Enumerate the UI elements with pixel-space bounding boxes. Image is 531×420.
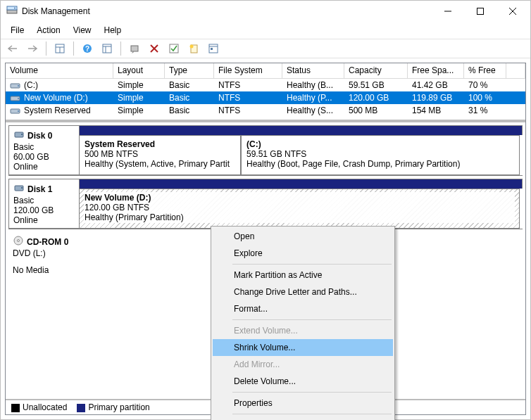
volume-cell: Healthy (P...: [282, 92, 344, 103]
column-header[interactable]: Volume: [6, 63, 113, 78]
volume-cell: Healthy (S...: [282, 105, 344, 116]
volume-cell: Basic: [165, 79, 214, 91]
menu-help[interactable]: Help: [99, 23, 127, 37]
volume-cell: 59.51 GB: [344, 79, 408, 91]
svg-rect-18: [170, 44, 178, 53]
disk-info[interactable]: CD-ROM 0DVD (L:)No Media: [8, 232, 79, 288]
back-button[interactable]: [5, 41, 20, 56]
volume-row[interactable]: System ReservedSimpleBasicNTFSHealthy (S…: [6, 104, 525, 117]
menu-action[interactable]: Action: [31, 23, 65, 37]
volume-cell: Simple: [113, 105, 165, 116]
help-button[interactable]: ?: [80, 41, 95, 56]
svg-rect-12: [103, 44, 111, 53]
menu-view[interactable]: View: [68, 23, 97, 37]
settings-button[interactable]: [99, 41, 115, 56]
svg-point-35: [18, 240, 20, 242]
volume-list-header: VolumeLayoutTypeFile SystemStatusCapacit…: [6, 63, 525, 79]
partition[interactable]: (C:)59.51 GB NTFSHealthy (Boot, Page Fil…: [241, 135, 520, 175]
legend-item: Unallocated: [11, 402, 67, 412]
context-menu-item[interactable]: Open: [213, 228, 393, 245]
context-menu-item[interactable]: Change Drive Letter and Paths...: [213, 284, 393, 300]
context-menu-item: Extend Volume...: [213, 322, 393, 339]
app-icon: [6, 6, 18, 17]
window-title: Disk Management: [22, 6, 432, 16]
partition[interactable]: System Reserved500 MB NTFSHealthy (Syste…: [79, 135, 241, 175]
svg-rect-4: [477, 8, 484, 15]
disk-icon: [13, 129, 25, 142]
menu-file[interactable]: File: [5, 23, 30, 37]
context-menu-item[interactable]: Help: [213, 416, 393, 420]
disk-info[interactable]: Disk 1Basic120.00 GBOnline: [8, 179, 79, 229]
column-header[interactable]: % Free: [464, 63, 506, 78]
volume-cell: NTFS: [214, 79, 282, 91]
svg-text:?: ?: [85, 45, 89, 53]
volume-cell: NTFS: [214, 105, 282, 116]
legend-item: Primary partition: [77, 402, 149, 412]
close-button[interactable]: [496, 1, 529, 22]
volume-cell: 500 MB: [344, 105, 408, 116]
volume-cell: 41.42 GB: [408, 79, 464, 91]
context-menu-item[interactable]: Format...: [213, 300, 393, 317]
column-header[interactable]: File System: [214, 63, 282, 78]
view-button[interactable]: [52, 41, 68, 56]
volume-cell: Simple: [113, 79, 165, 91]
svg-rect-0: [7, 10, 17, 13]
column-header[interactable]: Layout: [113, 63, 165, 78]
delete-button[interactable]: [146, 41, 162, 56]
context-menu-item: Add Mirror...: [213, 356, 393, 373]
forward-button[interactable]: [25, 41, 40, 56]
volume-row[interactable]: (C:)SimpleBasicNTFSHealthy (B...59.51 GB…: [6, 79, 525, 91]
volume-cell: New Volume (D:): [6, 92, 113, 103]
properties-button[interactable]: [206, 41, 221, 56]
volume-cell: 31 %: [464, 105, 506, 116]
svg-point-2: [14, 8, 15, 9]
disk-info[interactable]: Disk 0Basic60.00 GBOnline: [8, 125, 79, 175]
volume-cell: Simple: [113, 92, 165, 103]
context-menu-item[interactable]: Properties: [213, 395, 393, 412]
volume-cell: 70 %: [464, 79, 506, 91]
context-menu: OpenExploreMark Partition as ActiveChang…: [211, 226, 395, 420]
context-menu-item[interactable]: Delete Volume...: [213, 373, 393, 390]
disk-row: Disk 0Basic60.00 GBOnlineSystem Reserved…: [8, 125, 523, 176]
volume-cell: 154 MB: [408, 105, 464, 116]
menubar: FileActionViewHelp: [1, 22, 530, 39]
action-button[interactable]: [127, 41, 142, 56]
disk-row: Disk 1Basic120.00 GBOnlineNew Volume (D:…: [8, 179, 523, 229]
check-button[interactable]: [166, 41, 182, 56]
svg-point-29: [18, 110, 19, 112]
svg-point-33: [21, 187, 23, 189]
cd-icon: [13, 235, 24, 248]
svg-point-31: [21, 134, 23, 135]
minimize-button[interactable]: [432, 1, 464, 22]
volume-cell: System Reserved: [6, 105, 113, 116]
volume-cell: 100 %: [464, 92, 506, 103]
context-menu-item[interactable]: Shrink Volume...: [213, 339, 393, 356]
volume-cell: (C:): [6, 79, 113, 91]
svg-rect-21: [209, 44, 218, 53]
partition[interactable]: New Volume (D:)120.00 GB NTFSHealthy (Pr…: [79, 189, 520, 229]
titlebar[interactable]: Disk Management: [1, 1, 530, 22]
disk-header-strip: [79, 179, 523, 189]
column-header[interactable]: Free Spa...: [408, 63, 464, 78]
disk-management-window: Disk Management FileActionViewHelp ? Vol…: [0, 0, 531, 420]
svg-rect-23: [211, 48, 213, 50]
column-header[interactable]: Capacity: [344, 63, 408, 78]
volume-cell: 120.00 GB: [344, 92, 408, 103]
volume-cell: Basic: [165, 105, 214, 116]
toolbar: ?: [1, 39, 530, 58]
volume-row[interactable]: New Volume (D:)SimpleBasicNTFSHealthy (P…: [6, 91, 525, 104]
disk-icon: [13, 182, 25, 196]
context-menu-item[interactable]: Mark Partition as Active: [213, 267, 393, 284]
column-header[interactable]: Type: [165, 63, 214, 78]
volume-cell: Basic: [165, 92, 214, 103]
volume-list[interactable]: (C:)SimpleBasicNTFSHealthy (B...59.51 GB…: [6, 79, 525, 118]
svg-point-20: [190, 45, 194, 49]
maximize-button[interactable]: [464, 1, 496, 22]
volume-cell: 119.89 GB: [408, 92, 464, 103]
context-menu-item[interactable]: Explore: [213, 245, 393, 262]
volume-cell: Healthy (B...: [282, 79, 344, 91]
column-header[interactable]: Status: [282, 63, 344, 78]
svg-point-27: [18, 98, 19, 99]
svg-point-25: [18, 85, 19, 87]
new-button[interactable]: [186, 41, 201, 56]
